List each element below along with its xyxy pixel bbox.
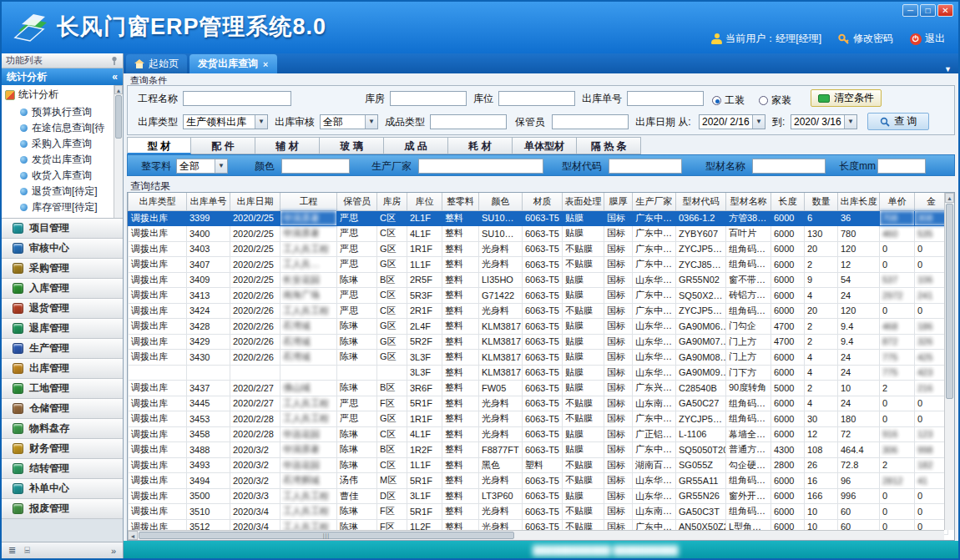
material-tab-耗材[interactable]: 耗 材 — [448, 137, 513, 154]
table-row[interactable]: 调拨出库34932020/3/2华远花园陈琳C区1L1F整料黑色塑料不贴膜国标湖… — [129, 457, 948, 473]
radio-home-install[interactable]: 家装 — [759, 93, 791, 108]
close-button[interactable]: ✕ — [937, 4, 953, 17]
table-row[interactable]: 调拨出库34132020/2/26南海广场严思C区5R3F整料G71422606… — [129, 288, 948, 304]
table-row[interactable]: 调拨出库34092020/2/25长安花园陈琳B区2R5F整料LI35HO606… — [129, 272, 948, 288]
column-header-单价[interactable]: 单价 — [880, 193, 915, 210]
sidebar-item-退货管理[interactable]: 退货管理 — [2, 299, 123, 319]
minimize-button[interactable]: ─ — [902, 4, 918, 17]
column-header-保管员[interactable]: 保管员 — [337, 193, 377, 210]
sidebar-item-财务管理[interactable]: 财务管理 — [2, 439, 123, 459]
table-row[interactable]: 调拨出库34072020/2/25工人共…严思G区1L1F整料光身料6063-T… — [129, 257, 948, 273]
vscroll-thumb[interactable] — [946, 204, 953, 399]
column-header-金[interactable]: 金 — [915, 193, 948, 210]
sidebar-item-结转管理[interactable]: 结转管理 — [2, 459, 123, 479]
logout-button[interactable]: ⏻ 退出 — [910, 32, 945, 46]
table-row[interactable]: 调拨出库34942020/3/2石湾辉城汤伟M区5R1F整料光身料6063-T5… — [129, 473, 948, 489]
tree-scrollbar[interactable]: ▲ — [114, 85, 123, 218]
length-input[interactable] — [877, 159, 926, 174]
material-tab-单体型材[interactable]: 单体型材 — [513, 137, 577, 154]
hscroll-thumb[interactable]: ||| — [139, 532, 514, 539]
sidebar-item-生产管理[interactable]: 生产管理 — [2, 339, 123, 359]
scroll-up-icon[interactable]: ▲ — [945, 193, 954, 203]
material-tab-成品[interactable]: 成 品 — [384, 137, 448, 154]
whole-material-select[interactable]: 全部▼ — [176, 159, 228, 174]
pin-icon[interactable] — [110, 56, 119, 65]
sidebar-item-项目管理[interactable]: 项目管理 — [2, 219, 123, 239]
material-tab-隔热条[interactable]: 隔 热 条 — [577, 137, 641, 154]
table-row[interactable]: 调拨出库34032020/2/25工人共工程严思G区1R1F整料光身料6063-… — [129, 241, 948, 257]
project-name-input[interactable] — [183, 91, 291, 106]
profile-name-input[interactable] — [752, 159, 826, 174]
radio-work-install[interactable]: 工装 — [712, 93, 745, 108]
sidebar-item-审核中心[interactable]: 审核中心 — [2, 239, 123, 259]
color-input[interactable] — [281, 159, 350, 174]
tree-item-在途信息查询[待[interactable]: 在途信息查询[待 — [2, 120, 123, 136]
date-from-select[interactable]: 2020/ 2/16▼ — [699, 114, 765, 129]
table-row[interactable]: 调拨出库34302020/2/26石湾城陈琳G区3L3F整料KLM3817606… — [129, 350, 948, 366]
scroll-up-icon[interactable]: ▲ — [114, 85, 123, 94]
material-tab-玻璃[interactable]: 玻 璃 — [320, 137, 384, 154]
column-header-库位[interactable]: 库位 — [407, 193, 442, 210]
column-header-库房[interactable]: 库房 — [377, 193, 407, 210]
sidebar-item-退库管理[interactable]: 退库管理 — [2, 319, 123, 339]
tree-item-收货入库查询[interactable]: 收货入库查询 — [2, 168, 123, 184]
sidebar-item-工地管理[interactable]: 工地管理 — [2, 379, 123, 399]
expand-icon[interactable]: » — [111, 546, 116, 556]
column-header-整零料[interactable]: 整零料 — [442, 193, 479, 210]
tree-item-库存管理[待定][interactable]: 库存管理[待定] — [2, 199, 123, 215]
column-header-型材代码[interactable]: 型材代码 — [676, 193, 726, 210]
column-header-生产厂家[interactable]: 生产厂家 — [633, 193, 676, 210]
sidebar-item-采购管理[interactable]: 采购管理 — [2, 259, 123, 279]
tree-item-退货查询[待定][interactable]: 退货查询[待定] — [2, 184, 123, 199]
column-header-材质[interactable]: 材质 — [523, 193, 563, 210]
material-tab-配件[interactable]: 配 件 — [191, 137, 255, 154]
sidebar-item-报废管理[interactable]: 报废管理 — [2, 499, 123, 519]
table-row[interactable]: 调拨出库34372020/2/27佛山城陈琳B区3R6F整料FW056063-T… — [129, 381, 948, 396]
table-row[interactable]: 调拨出库34282020/2/26石湾城陈琳G区2L4F整料KLM3817606… — [129, 319, 948, 335]
table-row[interactable]: 调拨出库34452020/2/27工人共工程严思F区5R1F整料光身料6063-… — [129, 396, 948, 411]
change-password-button[interactable]: 修改密码 — [838, 32, 893, 46]
sidebar-item-补单中心[interactable]: 补单中心 — [2, 479, 123, 499]
outbound-type-select[interactable]: 生产领料出库▼ — [183, 114, 268, 129]
tree-item-预算执行查询[interactable]: 预算执行查询 — [2, 104, 123, 120]
material-tab-型材[interactable]: 型 材 — [127, 137, 191, 154]
table-row[interactable]: 调拨出库34582020/2/28华远花园陈琳C区4L1F整料光身料6063-T… — [129, 426, 948, 442]
table-vertical-scrollbar[interactable]: ▲ — [944, 193, 954, 530]
monitor-icon[interactable]: ⌸ — [24, 545, 30, 556]
sidebar-section-statistics[interactable]: 统计分析 « — [2, 68, 123, 85]
tab-发货出库查询[interactable]: 发货出库查询× — [189, 54, 277, 73]
table-row[interactable]: 3L3F整料KLM38176063-T5贴膜国标山东华…GA90M09…门下方6… — [129, 365, 948, 381]
sidebar-item-仓储管理[interactable]: 仓储管理 — [2, 399, 123, 419]
manufacturer-input[interactable] — [418, 159, 543, 174]
column-header-出库日期[interactable]: 出库日期 — [230, 193, 280, 210]
sidebar-item-物料盘存[interactable]: 物料盘存 — [2, 419, 123, 439]
tab-overflow-arrow[interactable]: ▼ — [937, 65, 958, 73]
audit-select[interactable]: 全部▼ — [320, 114, 378, 129]
order-no-input[interactable] — [627, 91, 704, 106]
table-row[interactable]: 调拨出库33992020/2/25华润原著严思C区2L1F整料SU10…6063… — [129, 210, 948, 226]
scroll-left-icon[interactable]: ◄ — [128, 531, 138, 540]
tree-root-statistics[interactable]: 统计分析 — [2, 85, 123, 104]
column-header-出库单号[interactable]: 出库单号 — [187, 193, 230, 210]
table-row[interactable]: 调拨出库34292020/2/26石湾城陈琳G区5R2F整料KLM3817606… — [129, 334, 948, 350]
clear-conditions-button[interactable]: 清空条件 — [811, 89, 882, 107]
table-row[interactable]: 调拨出库34242020/2/26工人共工程严思C区2R1F整料光身料6063-… — [129, 303, 948, 319]
tab-close-icon[interactable]: × — [262, 59, 269, 69]
table-row[interactable]: 调拨出库34532020/2/28工人共工程严思G区1R1F整料光身料6063-… — [129, 411, 948, 427]
tree-item-采购入库查询[interactable]: 采购入库查询 — [2, 136, 123, 152]
query-button[interactable]: 查 询 — [867, 113, 929, 130]
collapse-icon[interactable]: « — [112, 71, 118, 83]
warehouse-input[interactable] — [390, 91, 467, 106]
profile-code-input[interactable] — [609, 159, 682, 174]
maximize-button[interactable]: □ — [920, 4, 936, 17]
table-horizontal-scrollbar[interactable]: ◄ ||| — [128, 530, 944, 540]
column-header-型材名称[interactable]: 型材名称 — [726, 193, 771, 210]
table-row[interactable]: 调拨出库35002020/3/3工人共工程曹佳D区3L1F整料LT3P60606… — [129, 488, 948, 504]
product-type-input[interactable] — [430, 114, 507, 129]
column-header-颜色[interactable]: 颜色 — [479, 193, 523, 210]
column-header-表面处理[interactable]: 表面处理 — [563, 193, 604, 210]
column-header-长度[interactable]: 长度 — [771, 193, 805, 210]
column-header-数量[interactable]: 数量 — [805, 193, 838, 210]
table-row[interactable]: 调拨出库35102020/3/4工人共工程陈琳F区5R1F整料光身料6063-T… — [129, 504, 948, 520]
column-header-工程[interactable]: 工程 — [280, 193, 337, 210]
